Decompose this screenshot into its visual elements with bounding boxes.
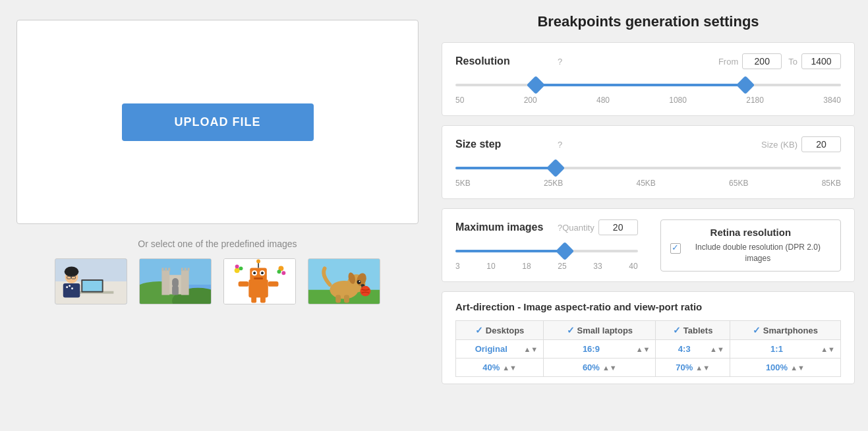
laptops-aspect-wrapper: 16:9 ▲▼ [549,344,650,354]
size-step-slider[interactable] [455,159,841,177]
max-images-help-icon[interactable]: ? [558,223,562,233]
resolution-slider-thumb-right[interactable] [736,76,755,94]
svg-rect-20 [161,268,163,271]
smartphones-aspect-value: 1:1 [736,344,818,354]
tablets-viewport-wrapper: 70% ▲▼ [661,362,724,372]
retina-resolution-box: Retina resolution Include double resolut… [660,219,841,272]
max-images-slider-fill [455,250,565,252]
size-step-help-icon[interactable]: ? [558,140,562,150]
svg-point-55 [359,281,361,282]
tablets-aspect-arrow[interactable]: ▲▼ [710,345,724,353]
svg-point-10 [66,286,68,288]
laptops-label: Small laptops [577,326,633,335]
size-step-tick-0: 5KB [455,179,471,188]
laptops-viewport-arrow[interactable]: ▲▼ [602,364,617,372]
max-images-label: Maximum images [455,221,554,233]
art-col-tablets: ✓ Tablets [656,321,730,340]
laptops-check[interactable]: ✓ [567,325,575,335]
svg-point-46 [281,271,285,275]
svg-point-59 [361,286,371,297]
art-viewport-row: 40% ▲▼ 60% ▲▼ 70% ▲▼ [456,359,841,377]
smartphones-check[interactable]: ✓ [753,325,761,335]
desktops-viewport-arrow[interactable]: ▲▼ [502,364,517,372]
laptops-aspect-arrow[interactable]: ▲▼ [636,345,651,353]
smartphones-viewport-arrow[interactable]: ▲▼ [790,364,805,372]
svg-rect-37 [254,277,263,279]
size-step-slider-fill [455,167,556,169]
resolution-to-input[interactable] [801,53,841,69]
resolution-card: Resolution ? From To 50 200 480 1080 218… [442,42,855,116]
smartphones-aspect-wrapper: 1:1 ▲▼ [736,344,835,354]
smartphones-viewport-wrapper: 100% ▲▼ [736,362,835,372]
max-images-slider-labels: 3 10 18 25 33 40 [455,262,638,271]
svg-rect-22 [168,268,170,271]
svg-rect-38 [239,281,249,287]
predefined-image-robot[interactable] [223,258,296,304]
predefined-images [55,258,380,304]
predefined-image-dog[interactable] [308,258,380,304]
smartphones-viewport-value: 100% [766,362,788,372]
size-kb-input[interactable] [801,136,841,152]
resolution-slider-fill [536,84,745,86]
svg-rect-21 [165,268,167,271]
svg-point-32 [256,260,260,264]
resolution-slider-thumb-left[interactable] [527,76,545,94]
tablets-check[interactable]: ✓ [673,325,681,335]
svg-point-42 [235,268,240,273]
max-images-slider-thumb[interactable] [556,242,574,260]
resolution-tick-2: 480 [596,96,610,105]
art-col-laptops: ✓ Small laptops [544,321,656,340]
retina-title: Retina resolution [670,227,831,238]
resolution-from-input[interactable] [742,53,782,69]
resolution-help-icon[interactable]: ? [558,57,562,67]
art-col-smartphones: ✓ Smartphones [730,321,840,340]
desktops-check[interactable]: ✓ [475,325,483,335]
art-col-desktops: ✓ Desktops [456,321,544,340]
smartphones-aspect-arrow[interactable]: ▲▼ [821,345,835,353]
right-panel: Breakpoints generation settings Resoluti… [435,0,868,431]
resolution-tick-5: 3840 [823,96,841,105]
resolution-slider[interactable] [455,76,841,94]
tablets-viewport-value: 70% [676,362,693,372]
predefined-label: Or select one of the predefined images [138,239,297,249]
tablets-viewport-arrow[interactable]: ▲▼ [695,364,710,372]
upload-area[interactable]: UPLOAD FILE [16,20,419,224]
quantity-input[interactable] [598,219,638,235]
laptops-viewport-value: 60% [583,362,600,372]
svg-point-44 [239,266,243,270]
svg-rect-25 [188,268,190,271]
max-images-tick-4: 33 [593,262,602,271]
max-images-tick-5: 40 [629,262,637,271]
size-step-slider-thumb[interactable] [546,159,565,177]
max-images-slider[interactable] [455,242,638,260]
resolution-tick-1: 200 [524,96,537,105]
svg-point-35 [253,272,256,274]
svg-rect-40 [251,297,256,303]
quantity-label: Quantity [562,223,594,233]
resolution-tick-3: 1080 [669,96,687,105]
upload-button[interactable]: UPLOAD FILE [122,103,314,141]
desktops-viewport-wrapper: 40% ▲▼ [461,362,538,372]
smartphones-label: Smartphones [763,326,818,335]
size-step-tick-2: 45KB [636,179,655,188]
retina-checkbox[interactable] [670,243,681,254]
laptops-aspect-value: 16:9 [549,344,633,354]
size-step-tick-1: 25KB [544,179,563,188]
predefined-image-woman[interactable] [55,258,127,304]
max-images-card: Maximum images ? Quantity 3 10 18 25 33 [442,208,855,282]
svg-point-12 [71,287,73,289]
svg-rect-29 [248,279,268,297]
svg-rect-41 [260,297,266,303]
svg-rect-58 [344,295,349,303]
art-direction-title: Art-direction - Image aspect-ratio and v… [455,301,841,312]
size-step-label: Size step [455,138,554,150]
size-kb-label: Size (KB) [761,140,797,150]
art-direction-section: Art-direction - Image aspect-ratio and v… [442,291,855,384]
resolution-tick-4: 2180 [746,96,764,105]
svg-rect-39 [268,281,279,287]
size-step-slider-labels: 5KB 25KB 45KB 65KB 85KB [455,179,841,188]
predefined-image-castle[interactable] [139,258,212,304]
max-images-tick-0: 3 [455,262,460,271]
desktops-aspect-arrow[interactable]: ▲▼ [523,345,538,353]
resolution-to-label: To [788,57,797,67]
